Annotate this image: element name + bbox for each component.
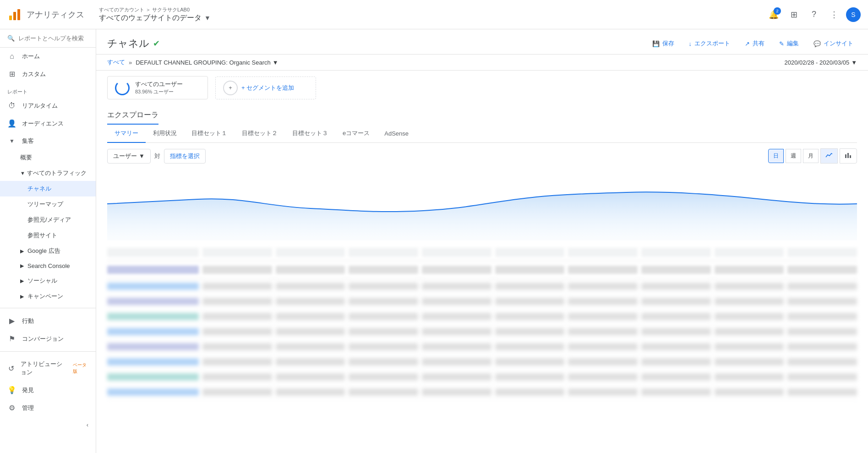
referral-label: 参照元/メディア <box>27 216 71 224</box>
admin-label: 管理 <box>22 404 34 412</box>
sidebar-collapse-button[interactable]: ‹ <box>0 417 96 433</box>
help-button[interactable]: ? <box>806 6 822 23</box>
apps-button[interactable]: ⊞ <box>786 6 802 23</box>
insight-label: インサイト <box>824 39 853 48</box>
sidebar-item-referral[interactable]: 参照元/メディア <box>0 212 96 228</box>
sidebar-item-channels[interactable]: チャネル <box>0 181 96 196</box>
explorer-title: エクスプローラ <box>107 110 158 125</box>
more-button[interactable]: ⋮ <box>826 6 842 23</box>
period-week-button[interactable]: 週 <box>786 149 801 163</box>
table-row <box>107 294 857 309</box>
metric2-selector[interactable]: 指標を選択 <box>164 149 206 164</box>
apps-icon: ⊞ <box>791 10 797 20</box>
edit-button[interactable]: ✎ 編集 <box>775 37 802 50</box>
main-content: チャネル ✔ 💾 保存 ↓ エクスポート ↗ 共有 ✎ 編集 <box>96 29 868 453</box>
sidebar-item-custom[interactable]: ⊞ カスタム <box>0 65 96 83</box>
add-segment-label: + セグメントを追加 <box>241 84 294 92</box>
sidebar-item-search-console[interactable]: ▶ Search Console <box>0 259 96 273</box>
segment-name: すべてのユーザー <box>135 80 183 88</box>
sidebar-item-audience[interactable]: 👤 オーディエンス <box>0 115 96 132</box>
chart-controls-right: 日 週 月 <box>768 148 857 164</box>
svg-rect-1 <box>13 12 16 20</box>
attribution-icon: ↺ <box>7 364 15 373</box>
home-label: ホーム <box>22 52 40 60</box>
all-traffic-label: すべてのトラフィック <box>27 169 87 177</box>
save-button[interactable]: 💾 保存 <box>649 37 678 50</box>
sidebar-item-discover[interactable]: 💡 発見 <box>0 381 96 399</box>
overview-label: 概要 <box>20 153 32 162</box>
sidebar-item-acquisition[interactable]: ▼ 集客 <box>0 132 96 150</box>
breadcrumb-current[interactable]: DEFAULT CHANNEL GROUPING: Organic Search… <box>136 59 278 66</box>
custom-label: カスタム <box>22 70 46 78</box>
sidebar-item-realtime[interactable]: ⏱ リアルタイム <box>0 97 96 115</box>
explorer-header: エクスプローラ <box>107 105 857 125</box>
date-range-selector[interactable]: 2020/02/28 - 2020/03/05 ▼ <box>784 59 857 66</box>
more-vert-icon: ⋮ <box>830 10 838 20</box>
tab-goal-set-3[interactable]: 目標セット３ <box>285 125 335 143</box>
search-console-label: Search Console <box>27 262 70 269</box>
admin-icon: ⚙ <box>7 404 16 412</box>
header-account-info: すべてのアカウント ＞ サクラサクLAB0 すべてのウェブサイトのデータ ▼ <box>90 6 765 23</box>
chart-type-bar-button[interactable] <box>840 148 857 164</box>
table-summary-row <box>107 261 857 279</box>
sidebar-search[interactable]: 🔍 <box>0 29 96 48</box>
collapse-icon: ‹ <box>87 421 88 428</box>
sidebar-item-home[interactable]: ⌂ ホーム <box>0 48 96 65</box>
period-day-button[interactable]: 日 <box>768 149 784 163</box>
campaign-label: キャンペーン <box>27 292 63 300</box>
beta-badge: ベータ版 <box>73 362 88 375</box>
vs-label: 対 <box>154 152 160 160</box>
sidebar-item-referral-site[interactable]: 参照サイト <box>0 228 96 243</box>
reports-section-label: レポート <box>0 83 96 97</box>
avatar[interactable]: S <box>846 7 861 22</box>
tab-goal-set-2[interactable]: 目標セット２ <box>235 125 285 143</box>
metric-selector[interactable]: ユーザー ▼ <box>107 149 151 164</box>
sidebar-item-admin[interactable]: ⚙ 管理 <box>0 399 96 417</box>
sidebar-item-behavior[interactable]: ▶ 行動 <box>0 312 96 330</box>
search-icon: 🔍 <box>7 35 15 42</box>
sidebar-item-overview[interactable]: 概要 <box>0 150 96 165</box>
table-row <box>107 339 857 355</box>
sidebar-item-social[interactable]: ▶ ソーシャル <box>0 273 96 289</box>
table-header-row <box>107 244 857 261</box>
conversion-label: コンバージョン <box>22 335 64 343</box>
chart-controls-left: ユーザー ▼ 対 指標を選択 <box>107 149 206 164</box>
notification-button[interactable]: 🔔 2 <box>765 6 782 23</box>
referral-site-label: 参照サイト <box>27 231 57 240</box>
sidebar-item-conversion[interactable]: ⚑ コンバージョン <box>0 330 96 348</box>
explorer-tabs: サマリー 利用状況 目標セット１ 目標セット２ 目標セット３ eコマース <box>107 125 857 143</box>
google-ads-label: Google 広告 <box>27 247 60 255</box>
table-row <box>107 355 857 370</box>
tab-adsense[interactable]: AdSense <box>377 126 416 142</box>
app-header: アナリティクス すべてのアカウント ＞ サクラサクLAB0 すべてのウェブサイト… <box>0 0 868 29</box>
breadcrumb-bar: すべて » DEFAULT CHANNEL GROUPING: Organic … <box>96 55 868 71</box>
add-segment-button[interactable]: + + セグメントを追加 <box>215 76 316 99</box>
chart-type-line-button[interactable] <box>820 148 838 164</box>
sidebar-item-attribution[interactable]: ↺ アトリビューション ベータ版 <box>0 355 96 381</box>
realtime-icon: ⏱ <box>7 102 16 110</box>
conversion-icon: ⚑ <box>7 334 16 343</box>
save-icon: 💾 <box>652 40 660 47</box>
breadcrumb-all-link[interactable]: すべて <box>107 58 125 66</box>
sidebar-item-treemap[interactable]: ツリーマップ <box>0 196 96 212</box>
export-button[interactable]: ↓ エクスポート <box>685 37 734 50</box>
sidebar-item-campaign[interactable]: ▶ キャンペーン <box>0 289 96 304</box>
segment-info: すべてのユーザー 83.96% ユーザー <box>135 80 183 95</box>
table-row <box>107 370 857 385</box>
share-button[interactable]: ↗ 共有 <box>741 37 768 50</box>
tab-ecommerce[interactable]: eコマース <box>335 125 377 143</box>
tab-usage[interactable]: 利用状況 <box>146 125 184 143</box>
period-month-button[interactable]: 月 <box>803 149 819 163</box>
segment-circle-icon <box>115 81 130 95</box>
insight-button[interactable]: 💬 インサイト <box>810 37 857 50</box>
tab-summary[interactable]: サマリー <box>107 125 146 143</box>
header-property-selector[interactable]: すべてのウェブサイトのデータ ▼ <box>99 13 765 23</box>
svg-rect-4 <box>847 153 849 158</box>
audience-label: オーディエンス <box>22 120 64 128</box>
sidebar-item-google-ads[interactable]: ▶ Google 広告 <box>0 243 96 259</box>
insight-icon: 💬 <box>813 40 821 47</box>
search-input[interactable] <box>18 35 88 42</box>
sidebar: 🔍 ⌂ ホーム ⊞ カスタム レポート ⏱ リアルタイム 👤 オーディエンス ▼… <box>0 29 96 453</box>
tab-goal-set-1[interactable]: 目標セット１ <box>184 125 235 143</box>
sidebar-item-all-traffic[interactable]: ▼ すべてのトラフィック <box>0 165 96 181</box>
